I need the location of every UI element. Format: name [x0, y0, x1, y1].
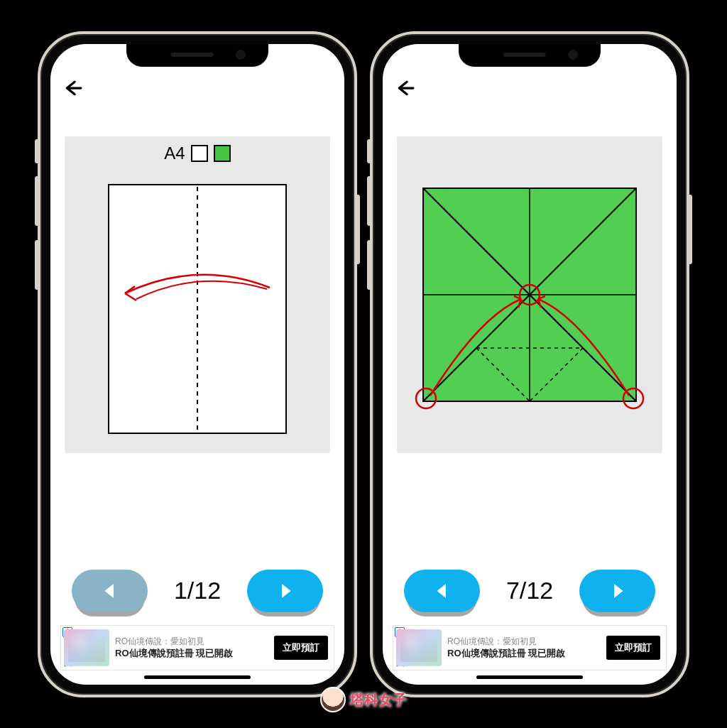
- color-swatch-green[interactable]: [214, 145, 231, 162]
- back-button[interactable]: [395, 78, 415, 98]
- step-nav-row: 7/12: [383, 570, 677, 612]
- back-button[interactable]: [63, 78, 83, 98]
- phone-notch: [459, 44, 601, 67]
- ad-text: RO仙境傳說：愛如初見 RO仙境傳說預註冊 現已開啟: [447, 636, 601, 660]
- watermark-text: 塔科女子: [350, 690, 407, 710]
- silent-switch: [367, 139, 371, 163]
- silent-switch: [35, 139, 39, 163]
- ad-cta-button[interactable]: 立即預訂: [606, 636, 660, 660]
- home-indicator: [476, 675, 583, 679]
- ad-thumbnail: [396, 629, 442, 666]
- prev-step-button[interactable]: [404, 570, 480, 612]
- ad-banner[interactable]: i RO仙境傳說：愛如初見 RO仙境傳說預註冊 現已開啟 立即預訂: [393, 625, 667, 670]
- color-swatch-white[interactable]: [191, 145, 208, 162]
- watermark-avatar-icon: [320, 687, 346, 712]
- arrow-left-icon: [64, 79, 82, 97]
- ad-subtitle: RO仙境傳說：愛如初見: [115, 636, 268, 647]
- step-nav-row: 1/12: [50, 570, 344, 612]
- ad-banner[interactable]: i RO仙境傳說：愛如初見 RO仙境傳說預註冊 現已開啟 立即預訂: [60, 625, 334, 670]
- origami-diagram-panel: [397, 136, 662, 453]
- ad-cta-button[interactable]: 立即預訂: [274, 636, 328, 660]
- volume-down-button: [35, 240, 39, 290]
- ad-subtitle: RO仙境傳說：愛如初見: [447, 636, 601, 647]
- prev-step-button[interactable]: [72, 570, 148, 612]
- ad-title: RO仙境傳說預註冊 現已開啟: [115, 647, 268, 660]
- phone-mock-left: A4: [38, 31, 357, 697]
- phone-notch: [126, 44, 268, 67]
- origami-diagram-panel: A4: [65, 136, 330, 453]
- next-step-button[interactable]: [247, 570, 323, 612]
- power-button: [688, 195, 692, 264]
- ad-thumbnail: [64, 629, 109, 666]
- home-indicator: [144, 675, 251, 679]
- ad-text: RO仙境傳說：愛如初見 RO仙境傳說預註冊 現已開啟: [115, 636, 268, 660]
- arrow-left-icon: [396, 79, 415, 97]
- volume-down-button: [367, 240, 371, 290]
- next-step-button[interactable]: [579, 570, 655, 612]
- step-counter: 7/12: [501, 577, 558, 604]
- origami-step-diagram: [65, 165, 330, 453]
- phone-mock-right: 7/12 i RO仙境傳說：愛如初見 RO仙境傳說預註冊 現已開啟: [370, 31, 689, 697]
- triangle-left-icon: [432, 580, 453, 602]
- power-button: [356, 195, 360, 264]
- step-counter: 1/12: [169, 577, 226, 604]
- volume-up-button: [35, 176, 39, 226]
- watermark: 塔科女子: [320, 687, 407, 712]
- triangle-right-icon: [607, 580, 628, 602]
- ad-title: RO仙境傳說預註冊 現已開啟: [447, 647, 601, 660]
- paper-spec-row: A4: [65, 143, 330, 163]
- origami-step-diagram: [397, 136, 662, 453]
- volume-up-button: [367, 176, 371, 226]
- triangle-left-icon: [99, 580, 121, 602]
- triangle-right-icon: [275, 580, 296, 602]
- paper-size-label: A4: [164, 143, 185, 163]
